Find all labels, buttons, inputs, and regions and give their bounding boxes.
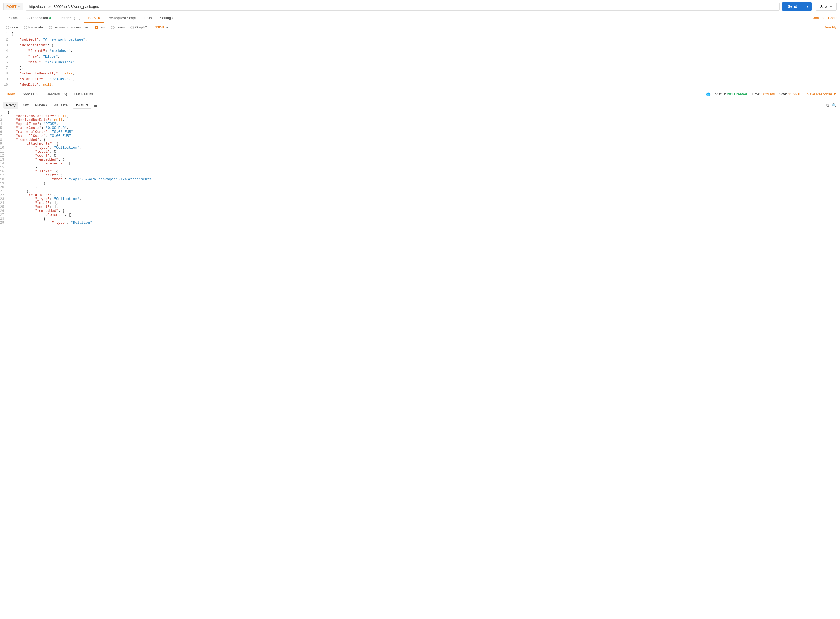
send-button[interactable]: Send (782, 2, 803, 11)
req-line-4: 4 "format": "markdown", (0, 49, 840, 54)
resp-line-2: 2 "derivedStartDate": null, (0, 114, 840, 118)
send-btn-group: Send ▼ (782, 2, 812, 11)
resp-line-20: 20 } (0, 185, 840, 189)
req-line-5: 5 "raw": "Blubs", (0, 54, 840, 60)
resp-line-28: 28 { (0, 217, 840, 221)
method-chevron-icon: ▼ (18, 5, 20, 8)
resp-tab-body[interactable]: Body (3, 90, 18, 99)
send-dropdown-button[interactable]: ▼ (803, 2, 812, 11)
resp-line-10: 10 "_type": "Collection", (0, 146, 840, 150)
resp-line-4: 4 "spentTime": "PT0S", (0, 122, 840, 126)
resp-line-6: 6 "materialCosts": "0.00 EUR", (0, 130, 840, 134)
response-header-bar: Body Cookies (3) Headers (15) Test Resul… (0, 88, 840, 100)
beautify-button[interactable]: Beautify (824, 25, 837, 29)
filter-icon[interactable]: ☰ (94, 103, 98, 108)
req-line-10: 10 "dueDate": null, (0, 83, 840, 88)
resp-line-24: 24 "total": 1, (0, 201, 840, 205)
body-type-raw[interactable]: raw (93, 25, 107, 30)
authorization-dot (49, 17, 51, 19)
resp-line-5: 5 "laborCosts": "0.00 EUR", (0, 126, 840, 130)
resp-line-29: 29 "_type": "Relation", (0, 221, 840, 225)
method-select[interactable]: POST ▼ (3, 3, 24, 10)
resp-line-12: 12 "count": 0, (0, 154, 840, 158)
resp-line-11: 11 "total": 0, (0, 150, 840, 154)
resp-line-25: 25 "count": 1, (0, 205, 840, 209)
body-type-binary[interactable]: binary (109, 25, 127, 30)
response-format-row: Pretty Raw Preview Visualize JSON ▼ ☰ ⧉ … (0, 100, 840, 110)
json-select-chevron-icon: ▼ (85, 103, 89, 107)
tab-headers[interactable]: Headers (11) (55, 13, 84, 23)
globe-icon: 🌐 (706, 92, 710, 97)
req-line-6: 6 "html": "<p>Blubs</p>" (0, 60, 840, 66)
resp-line-16: 16 "_links": { (0, 170, 840, 173)
size-value: 11.56 KB (788, 92, 803, 96)
save-button[interactable]: Save ▼ (816, 3, 837, 11)
copy-icon[interactable]: ⧉ (826, 103, 829, 108)
body-format-json[interactable]: JSON ▼ (152, 25, 171, 30)
resp-tab-test-results[interactable]: Test Results (70, 90, 96, 99)
json-dropdown-icon: ▼ (166, 26, 169, 29)
resp-line-27: 27 "elements": [ (0, 213, 840, 217)
body-type-row: none form-data x-www-form-urlencoded raw… (0, 23, 840, 32)
resp-format-raw[interactable]: Raw (19, 102, 31, 109)
tab-tests[interactable]: Tests (140, 13, 156, 23)
tab-params[interactable]: Params (3, 13, 24, 23)
status-label: Status: 201 Created (715, 92, 747, 96)
body-type-none[interactable]: none (3, 25, 20, 30)
tab-settings[interactable]: Settings (156, 13, 176, 23)
top-bar: POST ▼ Send ▼ Save ▼ (0, 0, 840, 13)
resp-json-select[interactable]: JSON ▼ (73, 102, 91, 109)
body-type-graphql[interactable]: GraphQL (128, 25, 151, 30)
resp-line-9: 9 "attachments": { (0, 142, 840, 146)
size-label: Size: 11.56 KB (779, 92, 803, 96)
save-response-chevron-icon: ▼ (833, 92, 837, 96)
resp-format-pretty[interactable]: Pretty (3, 102, 18, 109)
resp-line-1: 1 { (0, 110, 840, 114)
resp-format-preview[interactable]: Preview (32, 102, 50, 109)
resp-line-26: 26 "_embedded": { (0, 209, 840, 213)
resp-line-8: 8 "_embedded": { (0, 138, 840, 142)
resp-format-visualize[interactable]: Visualize (51, 102, 70, 109)
cookies-link[interactable]: Cookies (812, 16, 824, 20)
resp-line-14: 14 "elements": [] (0, 161, 840, 166)
body-type-urlencoded[interactable]: x-www-form-urlencoded (46, 25, 91, 30)
radio-form-data (24, 26, 27, 29)
request-body-editor[interactable]: 1 { 2 "subject": "A new work package", 3… (0, 32, 840, 88)
resp-line-22: 22 "relations": { (0, 193, 840, 197)
resp-line-23: 23 "_type": "Collection", (0, 197, 840, 201)
code-link[interactable]: Code (828, 16, 837, 20)
req-line-2: 2 "subject": "A new work package", (0, 37, 840, 43)
save-chevron-icon: ▼ (830, 5, 833, 8)
req-line-8: 8 "scheduleManually": false, (0, 71, 840, 77)
req-line-9: 9 "startDate": "2020-09-22", (0, 77, 840, 83)
resp-line-13: 13 "_embedded": { (0, 158, 840, 161)
resp-tab-cookies[interactable]: Cookies (3) (18, 90, 43, 99)
radio-graphql (130, 26, 134, 29)
status-code: 201 Created (727, 92, 747, 96)
req-line-1: 1 { (0, 32, 840, 37)
save-response-button[interactable]: Save Response ▼ (807, 92, 837, 96)
time-label: Time: 1029 ms (751, 92, 774, 96)
response-body-editor[interactable]: 1 { 2 "derivedStartDate": null, 3 "deriv… (0, 110, 840, 608)
url-input[interactable] (26, 3, 780, 11)
tab-authorization[interactable]: Authorization (24, 13, 55, 23)
resp-line-15: 15 }, (0, 166, 840, 170)
cookies-code-links: Cookies Code (812, 16, 837, 20)
resp-line-19: 19 } (0, 181, 840, 185)
resp-line-3: 3 "derivedDueDate": null, (0, 118, 840, 122)
tab-prerequest[interactable]: Pre-request Script (103, 13, 140, 23)
resp-line-18: 18 "href": "/api/v3/work_packages/3053/a… (0, 178, 840, 181)
tab-body[interactable]: Body (84, 13, 104, 23)
body-dot (98, 17, 100, 19)
radio-binary (111, 26, 115, 29)
resp-tab-headers[interactable]: Headers (15) (43, 90, 70, 99)
req-line-3: 3 "description": { (0, 43, 840, 49)
body-type-form-data[interactable]: form-data (21, 25, 45, 30)
time-value: 1029 ms (761, 92, 775, 96)
search-icon[interactable]: 🔍 (832, 103, 837, 108)
resp-line-21: 21 }, (0, 189, 840, 193)
radio-raw (95, 26, 98, 29)
response-status-info: 🌐 Status: 201 Created Time: 1029 ms Size… (706, 92, 837, 97)
method-label: POST (6, 4, 16, 9)
req-line-7: 7 }, (0, 66, 840, 71)
